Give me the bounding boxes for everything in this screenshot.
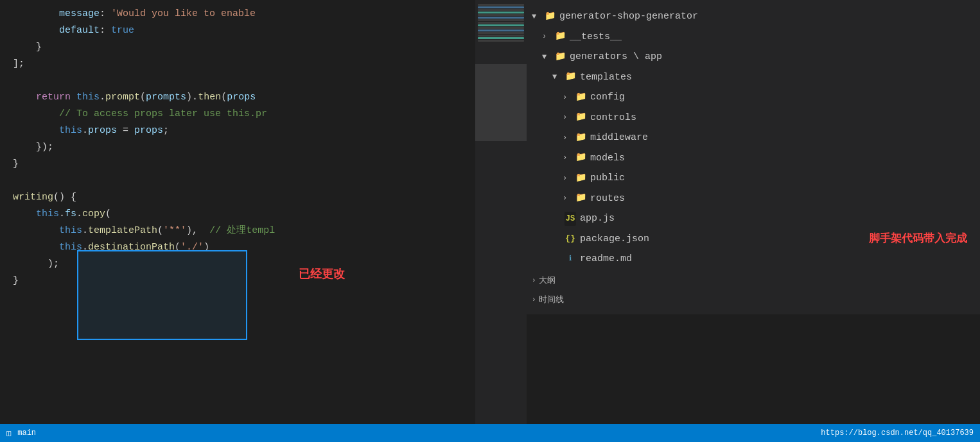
- expand-arrow: ›: [563, 151, 573, 164]
- token: message: [59, 6, 100, 22]
- token: =: [117, 123, 134, 139]
- minimap-line: [478, 32, 524, 34]
- minimap: [475, 0, 527, 442]
- explorer-item-label: generator-shop-generator: [559, 8, 698, 25]
- explorer-item-models[interactable]: ›📁models: [527, 148, 980, 169]
- token: this: [36, 207, 59, 222]
- minimap-code: [475, 0, 527, 46]
- explorer-item-routes[interactable]: ›📁routes: [527, 189, 980, 209]
- minimap-line: [478, 9, 524, 11]
- json-file-icon: {}: [564, 234, 577, 244]
- already-changed-annotation: 已经更改: [299, 266, 345, 282]
- folder-icon: 📁: [574, 133, 587, 143]
- explorer-item-tests[interactable]: ›📁__tests__: [527, 27, 980, 47]
- minimap-slider[interactable]: [475, 64, 527, 141]
- token: ];: [13, 56, 24, 72]
- code-line: [13, 173, 475, 190]
- minimap-line: [478, 27, 524, 29]
- explorer-item-label: readme.md: [580, 251, 632, 268]
- explorer-item-public[interactable]: ›📁public: [527, 168, 980, 189]
- folder-icon: 📁: [554, 31, 566, 42]
- minimap-line: [478, 22, 524, 24]
- expand-arrow: ▼: [542, 51, 552, 64]
- token: copy: [82, 207, 105, 222]
- code-line: });: [13, 140, 475, 157]
- status-bar-url: https://blog.csdn.net/qq_40137639: [821, 429, 974, 438]
- code-line: [13, 73, 475, 90]
- token: (: [105, 207, 111, 222]
- folder-icon: 📁: [554, 52, 566, 62]
- token: }: [13, 273, 19, 289]
- token: prompt: [105, 90, 140, 105]
- section-label: 时间线: [539, 294, 564, 305]
- section-outline[interactable]: ›大纲: [527, 272, 980, 289]
- code-content: message: 'Would you like to enable defau…: [13, 0, 475, 296]
- minimap-line: [478, 14, 524, 16]
- token: this: [76, 90, 100, 105]
- explorer-item-generators[interactable]: ▼📁generators \ app: [527, 47, 980, 67]
- folder-icon: 📁: [574, 193, 587, 203]
- expand-arrow: ›: [563, 132, 573, 144]
- explorer-item-config[interactable]: ›📁config: [527, 87, 980, 108]
- folder-icon: 📁: [543, 12, 556, 22]
- explorer-item-templates[interactable]: ▼📁templates: [527, 67, 980, 88]
- folder-icon: 📁: [564, 72, 577, 82]
- token: return: [36, 90, 76, 105]
- token: ),: [186, 223, 209, 239]
- code-line: ];: [13, 56, 475, 73]
- expand-arrow: ›: [563, 91, 573, 104]
- token: (: [140, 90, 146, 105]
- code-line: this.props = props;: [13, 123, 475, 140]
- token: true: [111, 23, 134, 38]
- token: :: [100, 23, 111, 38]
- token: ): [204, 240, 209, 255]
- token: templatePath: [88, 223, 157, 239]
- folder-icon: 📁: [574, 92, 587, 103]
- token: (: [221, 90, 227, 105]
- token: then: [198, 90, 221, 105]
- token: writing: [13, 190, 53, 205]
- token: .: [82, 240, 88, 255]
- folder-icon: 📁: [574, 153, 587, 163]
- token: ).: [186, 90, 198, 105]
- explorer-item-middleware[interactable]: ›📁middleware: [527, 128, 980, 148]
- explorer-item-readmemd[interactable]: ℹreadme.md: [527, 249, 980, 269]
- explorer-item-controls[interactable]: ›📁controls: [527, 108, 980, 128]
- explorer-item-label: public: [590, 170, 625, 187]
- explorer-item-label: package.json: [580, 231, 649, 248]
- section-label: 大纲: [539, 275, 556, 286]
- branch-icon: ◫: [6, 429, 11, 438]
- token: }: [13, 157, 19, 172]
- token: .: [100, 90, 105, 105]
- token: .: [82, 223, 88, 239]
- code-line: this.fs.copy(: [13, 207, 475, 223]
- minimap-line: [478, 35, 524, 37]
- token: props: [227, 90, 256, 105]
- code-line: message: 'Would you like to enable: [13, 6, 475, 23]
- code-line: return this.prompt(prompts).then(props: [13, 90, 475, 106]
- explorer-item-label: config: [590, 89, 625, 106]
- minimap-line: [478, 12, 524, 13]
- explorer-item-label: routes: [590, 191, 625, 207]
- minimap-line: [478, 30, 524, 31]
- explorer-item-appjs[interactable]: JSapp.js: [527, 208, 980, 229]
- token: :: [100, 6, 111, 22]
- code-line: this.templatePath('**'), // 处理templ: [13, 223, 475, 240]
- code-line: }: [13, 40, 475, 56]
- section-timeline[interactable]: ›时间线: [527, 291, 980, 308]
- explorer-item-root[interactable]: ▼📁generator-shop-generator: [527, 6, 980, 27]
- minimap-line: [478, 19, 524, 21]
- explorer-item-label: __tests__: [570, 29, 622, 46]
- code-line: }: [13, 273, 475, 290]
- token: ;: [163, 123, 169, 139]
- minimap-line: [478, 40, 524, 42]
- token: './': [180, 240, 204, 255]
- explorer-item-label: controls: [590, 110, 636, 126]
- code-line: this.destinationPath('./'): [13, 240, 475, 257]
- section-arrow: ›: [532, 276, 536, 284]
- token: (: [175, 240, 180, 255]
- token: .: [76, 207, 82, 222]
- token: .: [82, 123, 88, 139]
- token: this: [59, 123, 82, 139]
- minimap-line: [478, 17, 524, 19]
